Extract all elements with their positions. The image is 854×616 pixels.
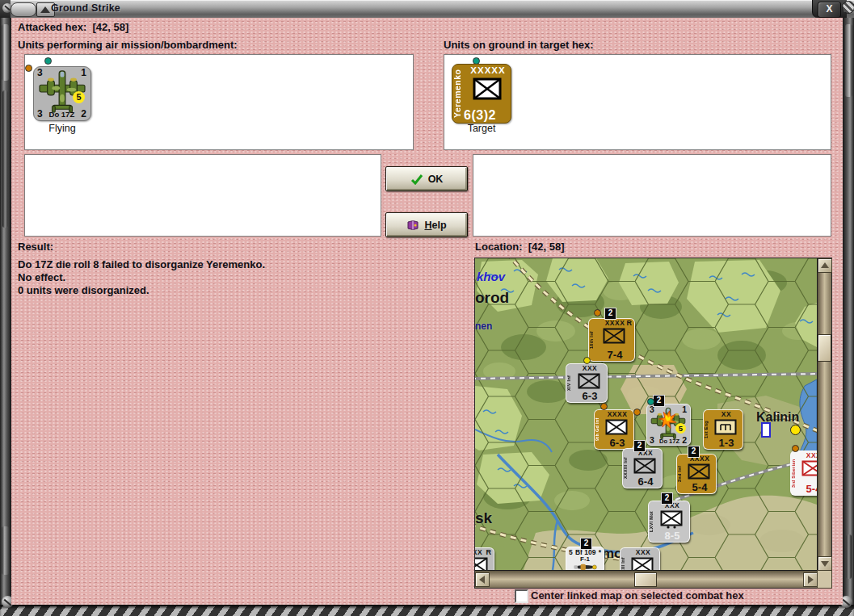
map-unit-do17z-strike[interactable]: 3153Do 17Z2	[646, 404, 691, 446]
fortification-marker	[761, 422, 771, 438]
air-mission-units-box[interactable]: 3 1 5 3 Do 17Z 2 Flying	[24, 54, 414, 150]
titlebar-handle[interactable]	[11, 2, 36, 17]
stack-badge: 2	[633, 440, 646, 452]
attacked-hex-label: Attacked hex: [42, 58]	[18, 21, 128, 33]
map-city-label: sk	[475, 509, 492, 527]
hex-map[interactable]: khovorodnenKalininskmoXXXXR7-416th Inf2X…	[475, 258, 817, 570]
map-unit-xiv-inf[interactable]: XXX6-3XIV Inf	[566, 363, 608, 403]
triangle-icon	[40, 6, 50, 13]
stack-badge: 2	[580, 538, 592, 550]
unit-strength: 6(3)2	[464, 108, 496, 123]
map-unit-2nd-inf[interactable]: XXXX5-42nd Inf	[676, 454, 717, 494]
map-unit-bf109[interactable]: 5Bf 109*F-1	[566, 547, 604, 570]
unit-status-dot	[633, 409, 641, 416]
map-unit-16th-inf[interactable]: XXXXR7-416th Inf	[588, 318, 635, 362]
unit-designation: Do 17Z	[49, 110, 75, 119]
map-panel[interactable]: khovorodnenKalininskmoXXXXR7-416th Inf2X…	[474, 258, 832, 589]
city-marker-kalinin	[790, 425, 801, 435]
vertical-scroll-thumb[interactable]	[818, 334, 831, 362]
infantry-symbol-icon	[473, 78, 502, 100]
left-info-box[interactable]	[24, 154, 381, 237]
close-button[interactable]: X	[818, 2, 841, 18]
status-dot-teal	[44, 57, 52, 65]
stack-badge: 2	[653, 395, 665, 407]
help-button[interactable]: Help	[385, 212, 468, 237]
map-unit-lxvi-mot[interactable]: XXX8-5LXVI Mot	[648, 501, 690, 543]
target-hex-units-box[interactable]: Yeremenko XXXXX 6(3)2 Target	[444, 54, 831, 150]
stack-badge: 2	[688, 446, 700, 458]
window-frame-left	[0, 18, 11, 605]
titlebar[interactable]: Ground Strike X	[0, 0, 854, 19]
map-unit-1st-eng[interactable]: XX1-31st Eng	[703, 409, 743, 450]
map-unit-reserve-xx[interactable]: XXR	[475, 547, 494, 570]
screw-icon	[842, 1, 854, 14]
window-frame-right	[843, 18, 854, 605]
stack-badge: 2	[604, 308, 616, 320]
map-vertical-scrollbar[interactable]	[817, 258, 831, 570]
map-city-label: nen	[475, 321, 492, 332]
check-icon	[410, 174, 423, 185]
arrow-left-icon	[479, 576, 485, 584]
window-frame-bottom	[0, 605, 854, 616]
air-units-section-label: Units performing air mission/bombardment…	[18, 39, 238, 51]
scroll-up-button[interactable]	[818, 258, 832, 273]
ground-units-section-label: Units on ground in target hex:	[444, 39, 594, 51]
unit-status-dot	[792, 445, 799, 452]
scroll-left-button[interactable]	[475, 572, 490, 587]
map-unit-3rd-siberian[interactable]: XXX5-43rd Siberian	[790, 450, 817, 496]
map-unit-xxxiii-inf[interactable]: XXX6-4XXXIII Inf	[622, 448, 663, 488]
map-unit-xiii-inf[interactable]: XXXXIII Inf	[620, 547, 660, 570]
status-dot-orange	[25, 65, 32, 72]
unit-status-dot	[594, 309, 601, 316]
unit-caption: Flying	[25, 123, 99, 134]
result-line: No effect.	[18, 271, 65, 283]
result-line: 0 units were disorganized.	[18, 284, 149, 296]
unit-name-vertical: Yeremenko	[452, 65, 462, 123]
arrow-up-icon	[821, 262, 829, 268]
window-title: Ground Strike	[51, 2, 120, 14]
scroll-right-button[interactable]	[803, 572, 818, 587]
center-map-checkbox-label: Center linked map on selected combat hex	[531, 589, 744, 601]
unit-status-dot	[647, 398, 654, 405]
unit-status-dot	[600, 403, 608, 410]
stack-badge: 2	[661, 492, 673, 505]
map-city-label: khov	[477, 270, 505, 283]
book-icon	[406, 220, 419, 231]
ok-button[interactable]: OK	[385, 166, 468, 191]
unit-counter-do17z[interactable]: 3 1 5 3 Do 17Z 2	[33, 66, 91, 121]
scrollbar-corner	[817, 570, 832, 589]
scroll-down-button[interactable]	[818, 556, 832, 571]
unit-size-label: XXXXX	[470, 65, 506, 75]
map-horizontal-scrollbar[interactable]	[475, 570, 817, 588]
unit-caption: Target	[444, 123, 519, 134]
fighter-icon	[571, 563, 599, 570]
arrow-down-icon	[821, 561, 829, 567]
ground-strike-window: Ground Strike X Attacked hex: [42, 58] U…	[0, 0, 854, 616]
horizontal-scroll-thumb[interactable]	[634, 572, 657, 587]
dialog-body: Attacked hex: [42, 58] Units performing …	[11, 18, 843, 605]
altitude-badge: 5	[73, 91, 85, 103]
center-map-checkbox[interactable]	[515, 589, 528, 603]
location-label: Location: [42, 58]	[475, 241, 565, 253]
arrow-right-icon	[808, 576, 814, 584]
result-line: Do 17Z die roll 8 failed to disorganize …	[18, 258, 265, 270]
map-city-label: orod	[475, 289, 509, 307]
right-info-box[interactable]	[473, 154, 831, 237]
result-label: Result:	[18, 241, 53, 253]
unit-status-dot	[583, 357, 591, 364]
map-unit-9th-gd-inf[interactable]: XXXX6-39th Gd Inf	[594, 409, 634, 450]
unit-counter-yeremenko[interactable]: Yeremenko XXXXX 6(3)2	[452, 64, 511, 124]
